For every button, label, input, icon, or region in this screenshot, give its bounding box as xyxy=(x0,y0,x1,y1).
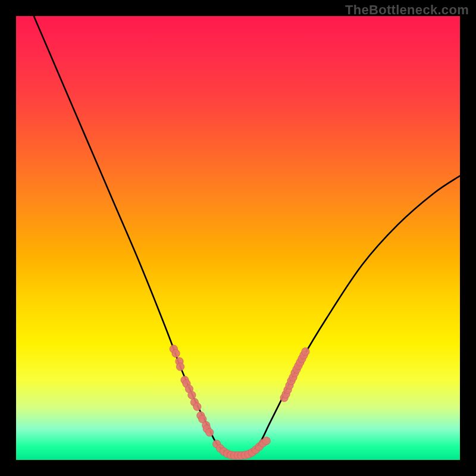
chart-plot-area xyxy=(16,16,460,460)
chart-svg xyxy=(16,16,460,460)
data-marker xyxy=(176,363,184,371)
chart-frame: TheBottleneck.com xyxy=(0,0,476,476)
data-marker xyxy=(206,428,214,436)
data-marker xyxy=(262,437,270,444)
data-marker xyxy=(193,403,201,411)
watermark-text: TheBottleneck.com xyxy=(345,2,469,18)
marker-cluster-right xyxy=(280,347,309,402)
curve-path xyxy=(34,16,460,456)
data-marker xyxy=(172,349,180,357)
marker-cluster-bottom xyxy=(212,437,270,459)
bottleneck-curve xyxy=(34,16,460,456)
data-marker xyxy=(302,347,309,355)
data-marker xyxy=(188,391,196,399)
marker-cluster-left xyxy=(170,345,214,437)
